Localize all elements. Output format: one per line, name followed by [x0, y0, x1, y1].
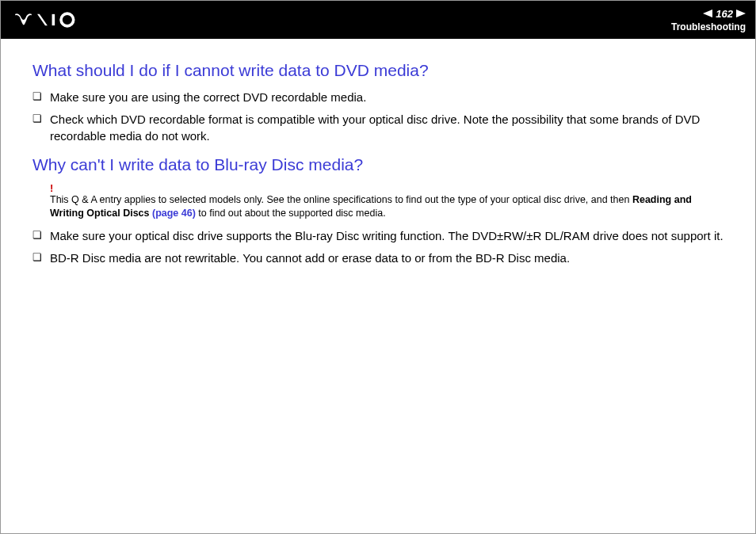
note-link[interactable]: (page 46): [152, 208, 196, 219]
bullet-list-bluray: Make sure your optical disc drive suppor…: [32, 228, 724, 267]
page-number: 162: [716, 8, 733, 20]
header-right: 162 Troubleshooting: [671, 8, 746, 32]
note-block: ! This Q & A entry applies to selected m…: [32, 184, 724, 220]
section-heading-dvd: What should I do if I cannot write data …: [32, 61, 724, 80]
next-page-arrow-icon[interactable]: [736, 10, 746, 17]
svg-rect-0: [52, 14, 55, 25]
list-item: Make sure you are using the correct DVD …: [50, 90, 724, 105]
svg-point-1: [61, 13, 74, 26]
header-bar: 162 Troubleshooting: [1, 1, 755, 39]
prev-page-arrow-icon[interactable]: [703, 10, 712, 17]
vaio-logo: [13, 11, 93, 29]
svg-marker-3: [736, 10, 746, 17]
list-item: Make sure your optical disc drive suppor…: [50, 228, 724, 244]
warning-icon: !: [50, 182, 53, 194]
breadcrumb: Troubleshooting: [671, 21, 746, 32]
svg-marker-2: [703, 10, 712, 17]
section-heading-bluray: Why can't I write data to Blu-ray Disc m…: [32, 155, 724, 174]
note-text-before: This Q & A entry applies to selected mod…: [50, 194, 632, 205]
bullet-list-dvd: Make sure you are using the correct DVD …: [32, 90, 724, 144]
page-navigation: 162: [703, 8, 746, 20]
page-content: What should I do if I cannot write data …: [1, 39, 755, 266]
note-text: This Q & A entry applies to selected mod…: [50, 184, 724, 220]
note-text-after: to find out about the supported disc med…: [196, 208, 386, 219]
list-item: Check which DVD recordable format is com…: [50, 112, 724, 144]
list-item: BD-R Disc media are not rewritable. You …: [50, 250, 724, 266]
